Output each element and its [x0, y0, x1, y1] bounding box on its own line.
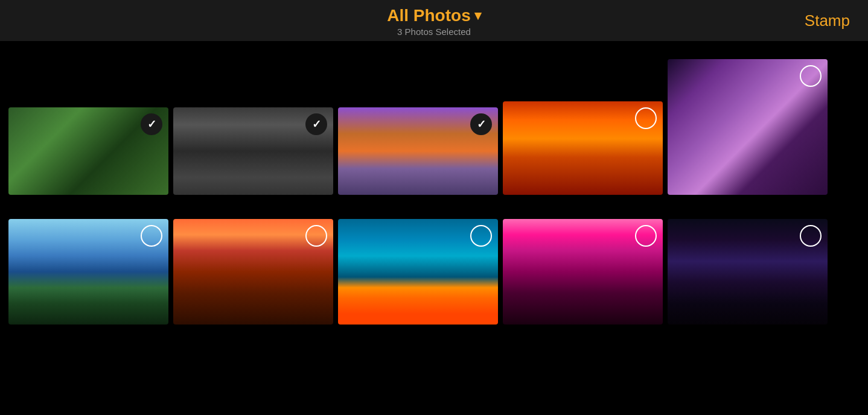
select-circle-6[interactable] — [141, 225, 162, 247]
stamp-button[interactable]: Stamp — [805, 11, 850, 30]
chevron-down-icon: ▾ — [474, 8, 481, 24]
photo-grid — [0, 41, 868, 343]
select-circle-2[interactable] — [305, 113, 327, 135]
select-circle-8[interactable] — [470, 225, 492, 247]
title-text: All Photos — [387, 6, 470, 25]
photo-7[interactable] — [173, 219, 333, 325]
select-circle-1[interactable] — [141, 113, 162, 135]
header-center: All Photos ▾ 3 Photos Selected — [387, 6, 480, 37]
photo-4[interactable] — [503, 101, 663, 195]
photo-8[interactable] — [338, 219, 498, 325]
photo-1[interactable] — [8, 107, 168, 195]
photo-row-2 — [0, 207, 868, 337]
photo-10[interactable] — [668, 219, 828, 325]
photo-row-1 — [0, 47, 868, 207]
select-circle-3[interactable] — [470, 113, 492, 135]
photo-6[interactable] — [8, 219, 168, 325]
header-title[interactable]: All Photos ▾ — [387, 6, 480, 25]
photo-5[interactable] — [668, 59, 828, 195]
selection-count: 3 Photos Selected — [387, 27, 480, 37]
photo-3[interactable] — [338, 107, 498, 195]
select-circle-9[interactable] — [635, 225, 657, 247]
header: All Photos ▾ 3 Photos Selected Stamp — [0, 0, 868, 41]
select-circle-4[interactable] — [635, 107, 657, 129]
photo-2[interactable] — [173, 107, 333, 195]
select-circle-5[interactable] — [800, 65, 822, 87]
select-circle-10[interactable] — [800, 225, 822, 247]
photo-9[interactable] — [503, 219, 663, 325]
select-circle-7[interactable] — [305, 225, 327, 247]
